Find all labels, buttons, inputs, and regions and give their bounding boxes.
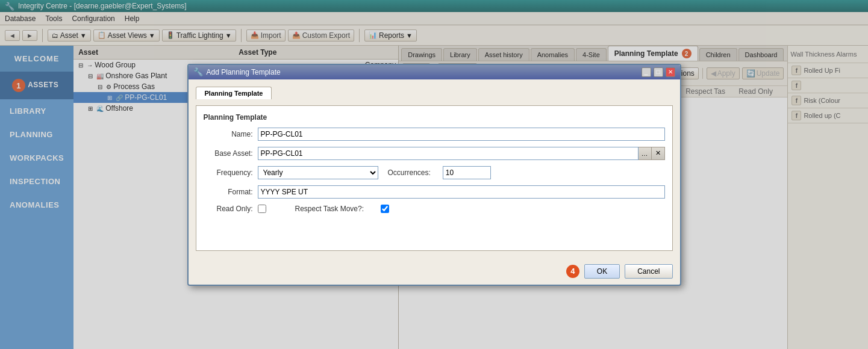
frequency-select[interactable]: Daily Weekly Monthly Quarterly Yearly Cu… [258,166,378,179]
form-row-frequency: Frequency: Daily Weekly Monthly Quarterl… [204,166,665,179]
form-label-name: Name: [204,130,258,138]
base-asset-clear-button[interactable]: ✕ [652,147,665,160]
dialog-title-bar: 🔧 Add Planning Template _ □ ✕ [189,65,680,79]
form-label-readonly: Read Only: [204,205,258,213]
dialog-body: Planning Template Planning Template Name… [189,79,680,258]
form-input-base-asset[interactable] [258,147,639,160]
dialog-badge-4: 4 [566,265,579,278]
form-label-format: Format: [204,188,258,196]
cancel-button[interactable]: Cancel [625,264,672,279]
form-input-format[interactable] [258,185,665,199]
dialog-section-title: Planning Template [204,113,665,122]
checkbox-row: Respect Task Move?: [258,205,390,213]
dialog-spacer [204,219,665,243]
form-input-name[interactable] [258,128,665,141]
occurrences-label: Occurrences: [388,168,431,177]
add-planning-template-dialog: 🔧 Add Planning Template _ □ ✕ Planning T… [187,64,681,286]
form-row-name: Name: [204,128,665,141]
dialog-tab-bar: Planning Template [196,87,673,99]
ok-button[interactable]: OK [584,264,620,279]
form-row-format: Format: [204,185,665,199]
dialog-minimize-button[interactable]: _ [642,67,651,77]
dialog-tab-planning-template[interactable]: Planning Template [196,87,272,99]
base-asset-field-group: … ✕ [258,147,665,160]
respect-task-label: Respect Task Move?: [295,205,364,213]
form-row-base-asset: Base Asset: … ✕ [204,147,665,160]
dialog-maximize-button[interactable]: □ [654,67,663,77]
dialog-title-icon: 🔧 [193,67,203,76]
dialog-close-button[interactable]: ✕ [666,67,675,77]
dialog-title-text: Add Planning Template [207,68,281,76]
frequency-row: Daily Weekly Monthly Quarterly Yearly Cu… [258,166,491,179]
readonly-checkbox[interactable] [258,205,266,213]
form-row-checkboxes: Read Only: Respect Task Move?: [204,205,665,213]
base-asset-browse-button[interactable]: … [639,147,652,160]
form-label-frequency: Frequency: [204,168,258,177]
respect-task-checkbox[interactable] [381,205,389,213]
dialog-footer: 4 OK Cancel [189,258,680,285]
occurrences-input[interactable] [443,166,491,179]
form-label-base-asset: Base Asset: [204,149,258,158]
dialog-controls: _ □ ✕ [642,67,675,77]
dialog-content: Planning Template Name: Base Asset: … ✕ [196,105,673,251]
dialog-overlay: 🔧 Add Planning Template _ □ ✕ Planning T… [0,0,868,349]
